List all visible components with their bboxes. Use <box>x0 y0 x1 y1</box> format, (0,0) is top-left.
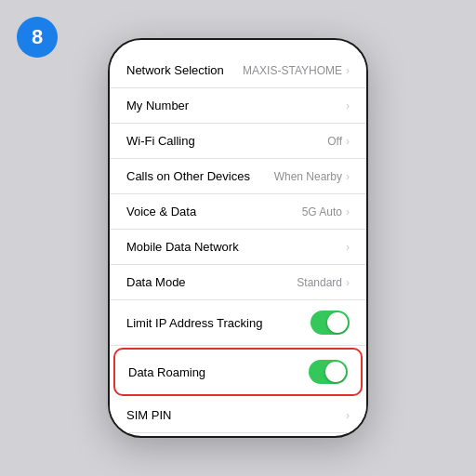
row-label: SIM PIN <box>126 408 171 422</box>
sim-pin-row[interactable]: SIM PIN › <box>110 398 366 433</box>
step-badge: 8 <box>17 17 58 58</box>
network-selection-row[interactable]: Network Selection MAXIS-STAYHOME › <box>110 53 366 88</box>
row-label: Voice & Data <box>126 205 196 218</box>
wifi-calling-row[interactable]: Wi-Fi Calling Off › <box>110 124 366 159</box>
chevron-icon: › <box>346 241 350 254</box>
row-label: My Number <box>126 99 189 112</box>
data-roaming-highlight: Data Roaming <box>113 348 363 396</box>
my-number-row[interactable]: My Number › <box>110 88 366 124</box>
toggle-thumb <box>327 312 348 333</box>
mobile-data-network-row[interactable]: Mobile Data Network › <box>110 230 366 265</box>
row-label: Mobile Data Network <box>126 240 239 254</box>
chevron-icon: › <box>346 64 350 77</box>
chevron-icon: › <box>346 170 350 183</box>
row-label: Calls on Other Devices <box>126 169 250 183</box>
settings-list: Network Selection MAXIS-STAYHOME › My Nu… <box>110 40 366 433</box>
limit-ip-tracking-row[interactable]: Limit IP Address Tracking <box>110 300 366 346</box>
row-value: Standard › <box>297 276 350 289</box>
row-value: › <box>346 241 350 254</box>
row-value: When Nearby › <box>274 170 350 183</box>
chevron-icon: › <box>346 276 350 289</box>
toggle-thumb <box>325 362 346 382</box>
chevron-icon: › <box>346 409 350 422</box>
chevron-icon: › <box>346 205 350 218</box>
data-roaming-toggle[interactable] <box>309 360 348 384</box>
row-value <box>311 311 350 335</box>
row-value: › <box>346 99 350 112</box>
phone-frame: Network Selection MAXIS-STAYHOME › My Nu… <box>108 38 368 438</box>
row-value: › <box>346 409 350 422</box>
voice-data-row[interactable]: Voice & Data 5G Auto › <box>110 194 366 230</box>
chevron-icon: › <box>346 99 350 112</box>
limit-ip-toggle[interactable] <box>311 311 350 335</box>
row-label: Data Mode <box>126 275 186 289</box>
row-value: 5G Auto › <box>302 205 350 218</box>
data-roaming-row[interactable]: Data Roaming <box>115 350 361 394</box>
row-label: Network Selection <box>126 63 224 77</box>
row-label: Limit IP Address Tracking <box>126 316 262 330</box>
row-value: Off › <box>327 135 350 148</box>
row-label: Wi-Fi Calling <box>126 134 195 148</box>
row-value: MAXIS-STAYHOME › <box>243 64 350 77</box>
row-label: Data Roaming <box>128 365 205 379</box>
chevron-icon: › <box>346 135 350 148</box>
row-value <box>309 360 348 384</box>
data-mode-row[interactable]: Data Mode Standard › <box>110 265 366 300</box>
calls-other-devices-row[interactable]: Calls on Other Devices When Nearby › <box>110 159 366 194</box>
